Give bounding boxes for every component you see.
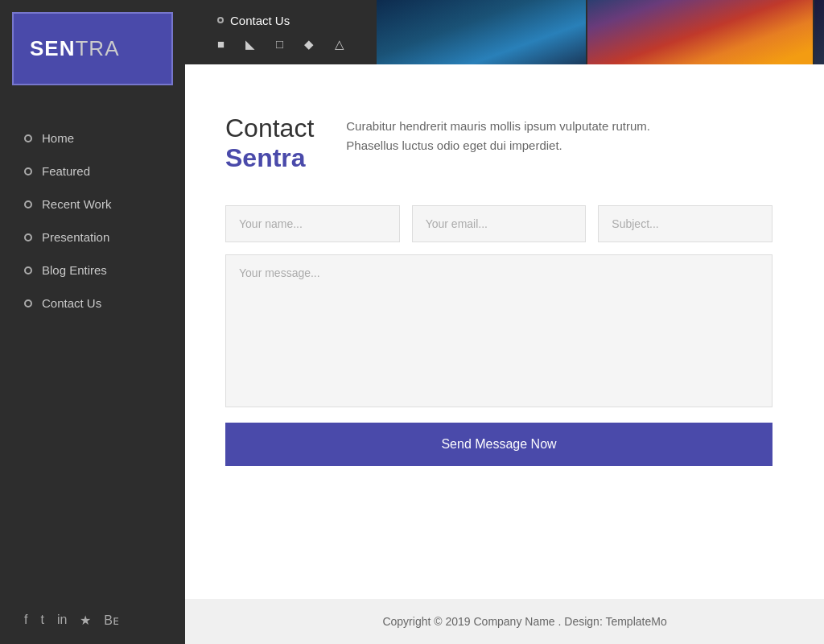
nav-dot-icon — [24, 200, 32, 208]
hero-image-3 — [814, 0, 824, 64]
sidebar-link-blog[interactable]: Blog Entires — [42, 263, 107, 277]
contact-section: Contact Sentra Curabitur hendrerit mauri… — [185, 64, 824, 599]
nav-dot-icon — [24, 167, 32, 175]
top-facebook-icon[interactable]: ■ — [217, 37, 225, 52]
sidebar-link-recent-work[interactable]: Recent Work — [42, 197, 111, 211]
name-input[interactable] — [225, 205, 400, 242]
footer-text: Copyright © 2019 Company Name . Design: … — [201, 615, 824, 628]
form-row-top — [225, 205, 772, 242]
hero-image-2 — [587, 0, 813, 64]
top-contact-label: Contact Us — [230, 14, 290, 27]
message-textarea[interactable] — [225, 254, 772, 407]
contact-form: Send Message Now — [225, 205, 772, 466]
sidebar-facebook-icon[interactable]: f — [24, 613, 27, 628]
email-input[interactable] — [412, 205, 587, 242]
logo: SENTRA — [30, 36, 155, 61]
subject-input[interactable] — [598, 205, 772, 242]
top-twitter-icon[interactable]: ◣ — [245, 37, 255, 52]
sidebar-item-contact[interactable]: Contact Us — [0, 287, 185, 320]
contact-desc-line1: Curabitur hendrerit mauris mollis ipsum … — [346, 117, 650, 136]
sidebar-item-home[interactable]: Home — [0, 122, 185, 155]
contact-title-line1: Contact — [225, 113, 314, 143]
image-strip — [377, 0, 824, 64]
top-linkedin-icon[interactable]: □ — [276, 37, 283, 52]
contact-desc-line2: Phasellus luctus odio eget dui imperdiet… — [346, 136, 650, 155]
nav-dot-icon — [24, 266, 32, 275]
top-rss-icon[interactable]: ◆ — [304, 37, 314, 52]
sidebar: SENTRA Home Featured Recent Work Present… — [0, 0, 185, 644]
main-content: Contact Us ■ ◣ □ ◆ △ — [185, 0, 824, 644]
contact-description: Curabitur hendrerit mauris mollis ipsum … — [346, 113, 650, 173]
contact-header: Contact Sentra Curabitur hendrerit mauri… — [225, 113, 824, 173]
contact-dot-icon — [217, 17, 224, 23]
top-bar: Contact Us ■ ◣ □ ◆ △ — [185, 0, 824, 64]
footer: Copyright © 2019 Company Name . Design: … — [185, 599, 824, 644]
hero-image-1 — [377, 0, 586, 64]
top-behance-icon[interactable]: △ — [335, 37, 344, 52]
sidebar-twitter-icon[interactable]: t — [40, 613, 43, 628]
logo-area: SENTRA — [12, 12, 173, 85]
contact-title-line2: Sentra — [225, 143, 314, 173]
sidebar-item-featured[interactable]: Featured — [0, 155, 185, 188]
sidebar-rss-icon[interactable]: ★ — [80, 613, 91, 628]
nav-dot-icon — [24, 134, 32, 142]
sidebar-item-presentation[interactable]: Presentation — [0, 221, 185, 254]
top-contact-link[interactable]: Contact Us — [201, 14, 360, 27]
sidebar-link-contact[interactable]: Contact Us — [42, 296, 101, 310]
contact-title-block: Contact Sentra — [225, 113, 314, 173]
sidebar-linkedin-icon[interactable]: in — [57, 613, 67, 628]
sidebar-social: f t in ★ Bᴇ — [0, 597, 185, 644]
sidebar-item-recent-work[interactable]: Recent Work — [0, 188, 185, 221]
sidebar-item-blog[interactable]: Blog Entires — [0, 254, 185, 287]
send-button[interactable]: Send Message Now — [225, 423, 772, 466]
sidebar-link-featured[interactable]: Featured — [42, 164, 90, 178]
sidebar-behance-icon[interactable]: Bᴇ — [104, 613, 119, 628]
sidebar-link-presentation[interactable]: Presentation — [42, 230, 109, 244]
logo-bold: SEN — [30, 36, 75, 60]
nav-dot-icon — [24, 299, 32, 308]
top-social-links: ■ ◣ □ ◆ △ — [201, 37, 360, 52]
logo-light: TRA — [75, 36, 119, 60]
sidebar-link-home[interactable]: Home — [42, 131, 74, 145]
sidebar-nav: Home Featured Recent Work Presentation B… — [0, 97, 185, 597]
nav-dot-icon — [24, 233, 32, 242]
